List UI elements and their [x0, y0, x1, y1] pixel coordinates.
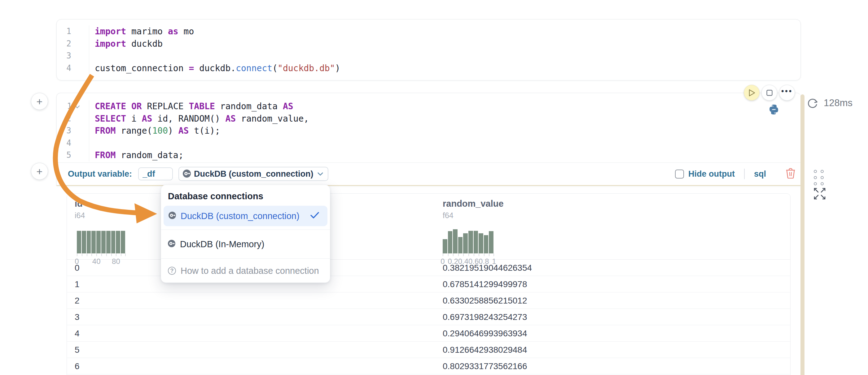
hide-output-checkbox[interactable] [675, 170, 684, 178]
code-line[interactable] [89, 137, 801, 149]
table-cell-id: 2 [75, 293, 80, 309]
menu-item-label: DuckDB (custom_connection) [181, 211, 300, 221]
line-number: 1 [57, 100, 89, 113]
menu-divider [161, 230, 330, 230]
menu-item[interactable]: ?How to add a database connection [161, 262, 330, 279]
line-number: 3 [57, 125, 89, 137]
hist-bar [82, 231, 86, 253]
check-icon [310, 211, 319, 221]
hist-bar [484, 235, 489, 253]
line-number: 4 [57, 62, 89, 75]
cell-focus-accent-bar [801, 94, 805, 375]
code-line[interactable] [89, 50, 801, 62]
expand-output-icon[interactable] [812, 186, 827, 202]
code-line[interactable]: SELECT i AS id, RANDOM() AS random_value… [89, 113, 801, 125]
hist-bar [101, 231, 105, 253]
code-line[interactable]: import duckdb [89, 38, 801, 50]
hist-bar [77, 231, 81, 253]
random-value-column-histogram: 00.20.40.60.81 [443, 228, 494, 253]
code-editor-python[interactable]: 1import marimo as mo2import duckdb3 4cus… [57, 20, 801, 74]
column-header-random-value[interactable]: random_value f64 [443, 199, 504, 220]
menu-item[interactable]: DuckDB (custom_connection) [163, 206, 328, 226]
add-cell-button[interactable]: + [31, 93, 48, 110]
console-right-controls: Hide output sql [675, 168, 795, 180]
hist-bar [106, 231, 111, 253]
line-number: 5 [57, 149, 89, 162]
database-connections-menu: Database connections DuckDB (custom_conn… [161, 185, 330, 283]
stop-cell-button[interactable] [762, 85, 777, 101]
cell-console-row: Output variable: DuckDB (custom_connecti… [57, 163, 801, 185]
table-row[interactable]: 50.9126642938029484 [67, 342, 790, 358]
table-cell-id: 0 [75, 260, 80, 276]
hist-bar [468, 231, 473, 253]
code-editor-sql[interactable]: 1CREATE OR REPLACE TABLE random_data AS2… [57, 93, 801, 162]
hide-output-label[interactable]: Hide output [688, 169, 735, 179]
table-cell-id: 4 [75, 325, 80, 342]
menu-title: Database connections [161, 185, 330, 205]
duckdb-icon [168, 211, 176, 221]
connection-dropdown-label: DuckDB (custom_connection) [194, 169, 313, 179]
play-icon [748, 89, 755, 97]
duckdb-icon [168, 239, 175, 249]
table-cell-random-value: 0.38219519044626354 [443, 260, 532, 276]
menu-item-label: DuckDB (In-Memory) [180, 239, 264, 249]
table-cell-random-value: 0.6973198243254273 [443, 309, 527, 325]
cell-language-badge[interactable]: sql [754, 169, 766, 179]
table-cell-id: 5 [75, 342, 80, 358]
cell-runtime: 128ms [806, 97, 852, 109]
code-line[interactable]: import marimo as mo [89, 25, 801, 38]
table-cell-random-value: 0.2940646993963934 [443, 325, 527, 342]
sql-code-cell[interactable]: 1CREATE OR REPLACE TABLE random_data AS2… [56, 93, 801, 186]
table-row[interactable]: 60.8029331773562166 [67, 358, 790, 374]
python-language-icon [769, 104, 779, 116]
marimo-notebook: 1import marimo as mo2import duckdb3 4cus… [0, 0, 868, 375]
output-variable-label: Output variable: [68, 169, 132, 179]
hist-bar [478, 233, 483, 253]
fold-chevron-icon[interactable] [75, 103, 80, 108]
help-circle-icon: ? [168, 267, 176, 275]
ellipsis-icon: ••• [781, 90, 793, 96]
code-line[interactable]: CREATE OR REPLACE TABLE random_data AS [89, 100, 801, 113]
hist-bar [474, 231, 478, 253]
hist-bar [448, 231, 453, 253]
column-header-id[interactable]: id i64 [75, 199, 85, 220]
table-row[interactable]: 30.6973198243254273 [67, 309, 790, 325]
line-number: 3 [57, 50, 89, 62]
table-row[interactable]: 20.6330258856215012 [67, 293, 790, 309]
hist-bar [96, 231, 101, 253]
run-cell-button[interactable] [744, 85, 760, 101]
line-number: 2 [57, 113, 89, 125]
connection-dropdown-button[interactable]: DuckDB (custom_connection) [179, 167, 329, 181]
line-number: 2 [57, 38, 89, 50]
chevron-down-icon [317, 172, 323, 176]
hist-bar [463, 233, 468, 253]
table-cell-random-value: 0.6330258856215012 [443, 293, 527, 309]
table-cell-random-value: 0.8029331773562166 [443, 358, 527, 374]
hist-bar [121, 231, 125, 253]
runtime-duration: 128ms [824, 98, 852, 109]
stop-icon [766, 90, 773, 96]
menu-item[interactable]: DuckDB (In-Memory) [161, 233, 330, 255]
more-options-button[interactable]: ••• [779, 85, 795, 101]
table-row[interactable]: 40.2940646993963934 [67, 325, 790, 342]
hist-bar [458, 237, 463, 253]
hist-bar [87, 231, 91, 253]
duckdb-icon [183, 170, 191, 178]
code-line[interactable]: custom_connection = duckdb.connect("duck… [89, 62, 801, 75]
add-cell-button[interactable]: + [31, 163, 48, 180]
delete-cell-icon[interactable] [786, 168, 795, 180]
hist-bar [453, 229, 458, 253]
hist-bar [91, 231, 96, 253]
hist-bar [116, 231, 120, 253]
cell-action-buttons: ••• [744, 85, 795, 101]
code-line[interactable]: FROM random_data; [89, 149, 801, 162]
python-code-cell[interactable]: 1import marimo as mo2import duckdb3 4cus… [56, 19, 801, 80]
output-variable-input[interactable] [138, 167, 173, 180]
hist-bar [489, 231, 494, 253]
cell-drag-handle[interactable] [814, 170, 824, 185]
code-line[interactable]: FROM range(100) AS t(i); [89, 125, 801, 137]
table-cell-id: 6 [75, 358, 80, 374]
table-cell-random-value: 0.6785141299499978 [443, 276, 527, 293]
rerun-icon[interactable] [806, 97, 819, 109]
line-number: 1 [57, 25, 89, 38]
